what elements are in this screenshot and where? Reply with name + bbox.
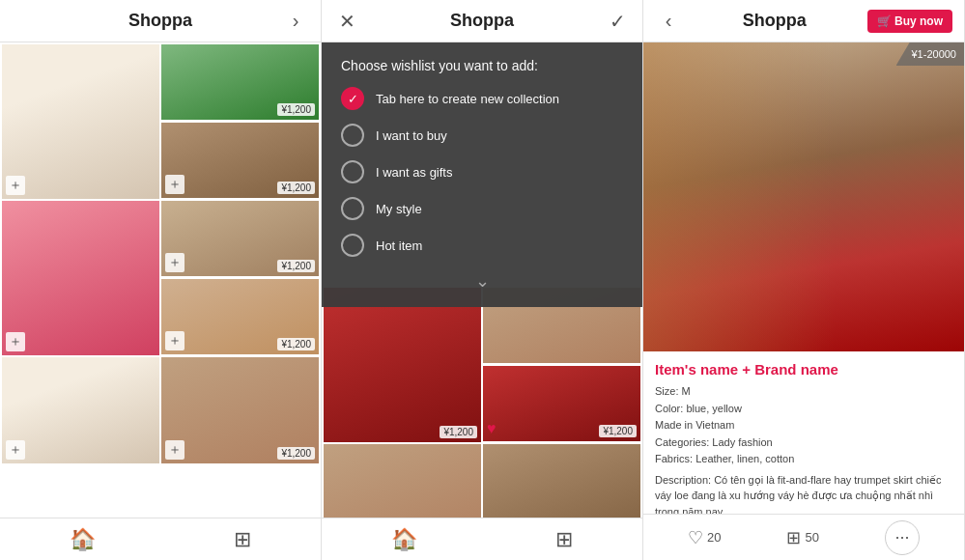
- product-image: ¥1-20000: [643, 42, 964, 351]
- panel3-header: ‹ Shoppa 🛒 Buy now: [643, 0, 964, 42]
- panel2-bottom-nav: 🏠 ⊞: [322, 518, 642, 560]
- product-color: Color: blue, yellow: [655, 401, 952, 418]
- wl-option-buy[interactable]: I want to buy: [341, 124, 623, 147]
- heart-icon: ♡: [688, 527, 703, 548]
- p2-grid-item-1[interactable]: ¥1,200: [324, 288, 481, 442]
- product-fabrics: Fabrics: Leather, linen, cotton: [655, 451, 952, 468]
- p2-price-1: ¥1,200: [440, 426, 477, 438]
- wl-option-style[interactable]: My style: [341, 197, 623, 220]
- grid-item-8[interactable]: ＋ ¥1,200: [161, 357, 319, 463]
- add-btn-5[interactable]: ＋: [165, 253, 184, 272]
- wl-label-gift: I want as gifts: [376, 165, 452, 180]
- wl-option-gift[interactable]: I want as gifts: [341, 160, 623, 183]
- panel2-close-icon[interactable]: ✕: [333, 10, 360, 33]
- panel2-content: Choose wishlist you want to add: Tab her…: [322, 42, 642, 518]
- grid-item-3[interactable]: ＋ ¥1,200: [161, 123, 319, 198]
- add-btn-7[interactable]: ＋: [6, 440, 25, 460]
- p2-grid-item-4[interactable]: ♥ ¥1,200: [324, 444, 481, 518]
- panel1-title: Shoppa: [39, 11, 282, 31]
- wl-radio-style[interactable]: [341, 197, 364, 220]
- panel1-add-icon[interactable]: ⊞: [218, 523, 267, 556]
- wl-label-hot: Hot item: [376, 238, 422, 253]
- p2-heart-3[interactable]: ♥: [487, 420, 497, 437]
- product-title: Item's name + Brand name: [655, 361, 952, 378]
- add-btn-4[interactable]: ＋: [6, 332, 25, 351]
- buy-now-button[interactable]: 🛒 Buy now: [867, 10, 952, 33]
- price-2: ¥1,200: [277, 103, 315, 116]
- wl-label-new: Tab here to create new collection: [376, 92, 559, 106]
- panel-wishlist: ✕ Shoppa ✓ Choose wishlist you want to a…: [322, 0, 643, 560]
- add-btn-6[interactable]: ＋: [165, 331, 184, 350]
- panel1-home-icon[interactable]: 🏠: [54, 523, 111, 556]
- grid-item-7[interactable]: ＋: [2, 357, 159, 463]
- panel1-bottom-nav: 🏠 ⊞: [0, 518, 321, 560]
- panel2-grid: ¥1,200 ♥ ¥1,200 ♥ ¥1,200 ♥ ¥1,200: [322, 286, 642, 518]
- panel1-header: Shoppa ›: [0, 0, 321, 42]
- add-collection-icon: ⊞: [786, 527, 801, 548]
- add-count: 50: [805, 530, 818, 545]
- panel-feed: Shoppa › ＋ ¥1,200 ＋ ¥1,200 ＋ ＋ ¥1,200: [0, 0, 322, 560]
- love-action[interactable]: ♡ 20: [688, 527, 721, 548]
- panel2-home-icon[interactable]: 🏠: [376, 523, 433, 556]
- product-info: Item's name + Brand name Size: M Color: …: [643, 351, 964, 514]
- add-action[interactable]: ⊞ 50: [786, 527, 818, 548]
- grid-item-5[interactable]: ＋ ¥1,200: [161, 201, 319, 276]
- price-3: ¥1,200: [277, 182, 315, 194]
- panel2-header: ✕ Shoppa ✓: [322, 0, 642, 42]
- wl-radio-hot[interactable]: [341, 234, 364, 257]
- product-size: Size: M: [655, 383, 952, 401]
- wl-radio-gift[interactable]: [341, 160, 364, 183]
- product-description: Description: Có tên gọi là fit-and-flare…: [655, 472, 952, 514]
- wl-radio-new[interactable]: [341, 87, 364, 110]
- p2-price-3: ¥1,200: [599, 425, 637, 437]
- add-btn-3[interactable]: ＋: [165, 175, 184, 194]
- more-button[interactable]: ···: [885, 520, 920, 555]
- panel2-check-icon[interactable]: ✓: [604, 10, 631, 33]
- product-made: Made in Vietnam: [655, 417, 952, 434]
- panel2-title: Shoppa: [360, 11, 604, 31]
- love-count: 20: [707, 530, 721, 545]
- product-meta: Size: M Color: blue, yellow Made in Viet…: [655, 383, 952, 514]
- panel3-bottom: ♡ 20 ⊞ 50 ···: [643, 514, 964, 560]
- product-categories: Categories: Lady fashion: [655, 434, 952, 452]
- panel1-nav-right[interactable]: ›: [282, 10, 309, 32]
- wl-radio-buy[interactable]: [341, 124, 364, 147]
- grid-item-6[interactable]: ＋ ¥1,200: [161, 279, 319, 354]
- wishlist-arrow: ⌄: [341, 270, 623, 292]
- wishlist-overlay: Choose wishlist you want to add: Tab her…: [322, 42, 642, 307]
- p2-grid-item-5[interactable]: ♥ ¥1,200: [483, 444, 640, 518]
- wl-option-new[interactable]: Tab here to create new collection: [341, 87, 623, 110]
- price-8: ¥1,200: [277, 447, 315, 460]
- wl-label-buy: I want to buy: [376, 128, 447, 143]
- panel2-add-icon[interactable]: ⊞: [540, 523, 588, 556]
- add-btn-1[interactable]: ＋: [6, 176, 25, 195]
- wl-option-hot[interactable]: Hot item: [341, 234, 623, 257]
- p2-grid-item-3[interactable]: ♥ ¥1,200: [483, 366, 640, 441]
- grid-item-1[interactable]: ＋: [2, 44, 159, 199]
- price-6: ¥1,200: [277, 338, 315, 350]
- wishlist-title: Choose wishlist you want to add:: [341, 58, 623, 73]
- price-5: ¥1,200: [277, 260, 315, 272]
- panel3-back-icon[interactable]: ‹: [655, 10, 682, 32]
- grid-item-4[interactable]: ＋: [2, 201, 159, 355]
- panel1-grid: ＋ ¥1,200 ＋ ¥1,200 ＋ ＋ ¥1,200 ＋ ¥1,200: [0, 42, 321, 465]
- panel1-grid-scroll: ＋ ¥1,200 ＋ ¥1,200 ＋ ＋ ¥1,200 ＋ ¥1,200: [0, 42, 321, 518]
- grid-item-2[interactable]: ¥1,200: [161, 44, 319, 120]
- wl-label-style: My style: [376, 202, 422, 216]
- panel3-title: Shoppa: [682, 11, 867, 31]
- add-btn-8[interactable]: ＋: [165, 440, 184, 460]
- panel-detail: ‹ Shoppa 🛒 Buy now ¥1-20000 Item's name …: [643, 0, 965, 560]
